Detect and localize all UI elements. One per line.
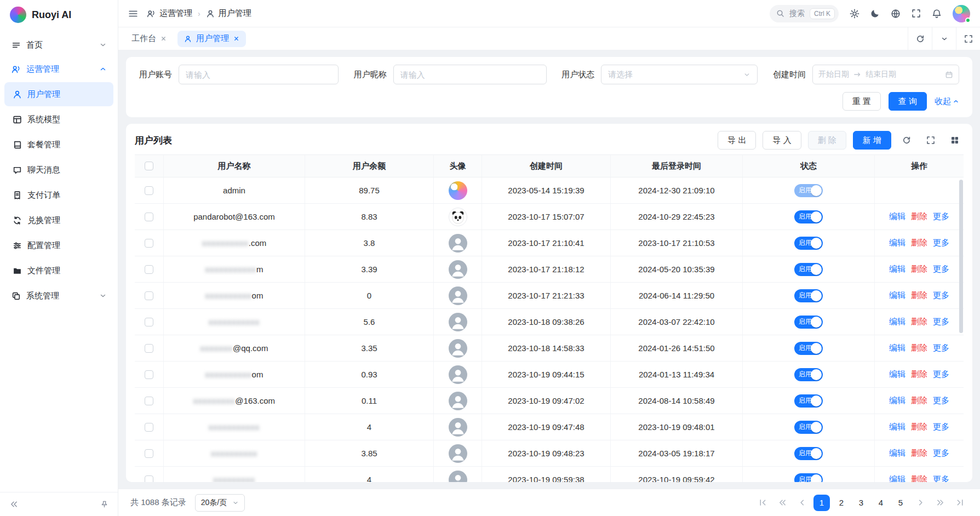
more-link[interactable]: 更多	[933, 474, 949, 482]
hamburger-menu-icon[interactable]	[128, 9, 138, 19]
logo[interactable]: Ruoyi AI	[0, 0, 118, 30]
sidebar-item-system[interactable]: 系统管理	[4, 284, 113, 308]
more-link[interactable]: 更多	[933, 369, 949, 380]
delete-link[interactable]: 删除	[911, 448, 927, 458]
breadcrumb-operations[interactable]: 运营管理	[147, 8, 192, 19]
edit-link[interactable]: 编辑	[889, 395, 906, 406]
add-button[interactable]: 新 增	[853, 131, 891, 150]
column-settings-icon[interactable]	[946, 131, 964, 149]
edit-link[interactable]: 编辑	[889, 474, 906, 482]
more-link[interactable]: 更多	[933, 343, 949, 353]
delete-link[interactable]: 删除	[911, 395, 927, 406]
import-button[interactable]: 导 入	[763, 131, 801, 150]
delete-link[interactable]: 删除	[911, 211, 927, 222]
delete-link[interactable]: 删除	[911, 317, 927, 327]
fullscreen-icon[interactable]	[922, 131, 939, 149]
collapse-filters-link[interactable]: 收起	[935, 96, 959, 107]
row-checkbox[interactable]	[145, 344, 153, 353]
delete-link[interactable]: 删除	[911, 369, 927, 380]
scrollbar-thumb[interactable]	[959, 180, 963, 333]
status-toggle[interactable]: 启用	[794, 473, 823, 483]
page-button-3[interactable]: 3	[853, 495, 869, 511]
row-checkbox[interactable]	[145, 265, 153, 274]
refresh-icon[interactable]	[908, 27, 932, 50]
sidebar-item-file-management[interactable]: 文件管理	[4, 259, 113, 283]
fullscreen-icon[interactable]	[912, 9, 921, 18]
status-toggle[interactable]: 启用	[794, 368, 823, 381]
page-button-1[interactable]: 1	[813, 495, 830, 511]
page-size-select[interactable]: 20条/页	[195, 494, 245, 512]
delete-link[interactable]: 删除	[911, 422, 927, 432]
sidebar-item-operations[interactable]: 运营管理	[4, 57, 113, 81]
edit-link[interactable]: 编辑	[889, 422, 906, 432]
breadcrumb-user-management[interactable]: 用户管理	[206, 8, 251, 19]
notifications-bell-icon[interactable]	[932, 9, 942, 19]
sidebar-item-package-management[interactable]: 套餐管理	[4, 133, 113, 157]
dark-mode-moon-icon[interactable]	[870, 9, 880, 18]
delete-link[interactable]: 删除	[911, 343, 927, 353]
global-search[interactable]: 搜索 Ctrl K	[770, 5, 839, 22]
sidebar-item-home[interactable]: 首页	[4, 33, 113, 57]
fast-prev-button[interactable]	[774, 495, 790, 511]
close-icon[interactable]	[233, 36, 239, 42]
edit-link[interactable]: 编辑	[889, 211, 906, 222]
more-link[interactable]: 更多	[933, 448, 949, 458]
status-toggle[interactable]: 启用	[794, 263, 823, 276]
tab-user-management[interactable]: 用户管理	[177, 31, 246, 47]
settings-gear-icon[interactable]	[850, 9, 859, 19]
chevron-down-icon[interactable]	[932, 27, 956, 50]
status-toggle[interactable]: 启用	[794, 289, 823, 302]
more-link[interactable]: 更多	[933, 238, 949, 248]
status-select[interactable]: 请选择	[601, 65, 758, 84]
page-button-2[interactable]: 2	[833, 495, 850, 511]
pin-icon[interactable]	[97, 497, 111, 512]
row-checkbox[interactable]	[145, 186, 153, 195]
status-toggle[interactable]: 启用	[794, 184, 823, 197]
edit-link[interactable]: 编辑	[889, 317, 906, 327]
first-page-button[interactable]	[754, 495, 771, 511]
edit-link[interactable]: 编辑	[889, 343, 906, 353]
delete-link[interactable]: 删除	[911, 290, 927, 301]
more-link[interactable]: 更多	[933, 422, 949, 432]
refresh-icon[interactable]	[898, 131, 915, 149]
edit-link[interactable]: 编辑	[889, 369, 906, 380]
query-button[interactable]: 查 询	[889, 92, 927, 111]
delete-link[interactable]: 删除	[911, 238, 927, 248]
maximize-icon[interactable]	[956, 27, 980, 50]
prev-page-button[interactable]	[794, 495, 810, 511]
row-checkbox[interactable]	[145, 423, 153, 432]
sidebar-item-chat-messages[interactable]: 聊天消息	[4, 158, 113, 182]
row-checkbox[interactable]	[145, 239, 153, 248]
sidebar-item-config-management[interactable]: 配置管理	[4, 233, 113, 257]
more-link[interactable]: 更多	[933, 395, 949, 406]
delete-link[interactable]: 删除	[911, 474, 927, 482]
account-input[interactable]	[179, 65, 339, 84]
row-checkbox[interactable]	[145, 449, 153, 458]
sidebar-collapse-button[interactable]	[7, 497, 21, 512]
more-link[interactable]: 更多	[933, 264, 949, 274]
status-toggle[interactable]: 启用	[794, 421, 823, 434]
more-link[interactable]: 更多	[933, 290, 949, 301]
more-link[interactable]: 更多	[933, 317, 949, 327]
row-checkbox[interactable]	[145, 397, 153, 405]
more-link[interactable]: 更多	[933, 211, 949, 222]
date-range-picker[interactable]: 开始日期 结束日期	[812, 65, 959, 84]
status-toggle[interactable]: 启用	[794, 447, 823, 460]
status-toggle[interactable]: 启用	[794, 237, 823, 250]
status-toggle[interactable]: 启用	[794, 316, 823, 329]
last-page-button[interactable]	[952, 495, 968, 511]
nickname-input[interactable]	[393, 65, 547, 84]
select-all-checkbox[interactable]	[145, 162, 153, 170]
status-toggle[interactable]: 启用	[794, 342, 823, 355]
page-button-4[interactable]: 4	[873, 495, 889, 511]
status-toggle[interactable]: 启用	[794, 394, 823, 408]
table-scrollbar[interactable]	[959, 179, 964, 482]
tab-workbench[interactable]: 工作台	[125, 31, 173, 47]
close-icon[interactable]	[161, 36, 167, 42]
edit-link[interactable]: 编辑	[889, 238, 906, 248]
fast-next-button[interactable]	[932, 495, 948, 511]
row-checkbox[interactable]	[145, 370, 153, 379]
delete-link[interactable]: 删除	[911, 264, 927, 274]
edit-link[interactable]: 编辑	[889, 290, 906, 301]
page-button-5[interactable]: 5	[892, 495, 909, 511]
